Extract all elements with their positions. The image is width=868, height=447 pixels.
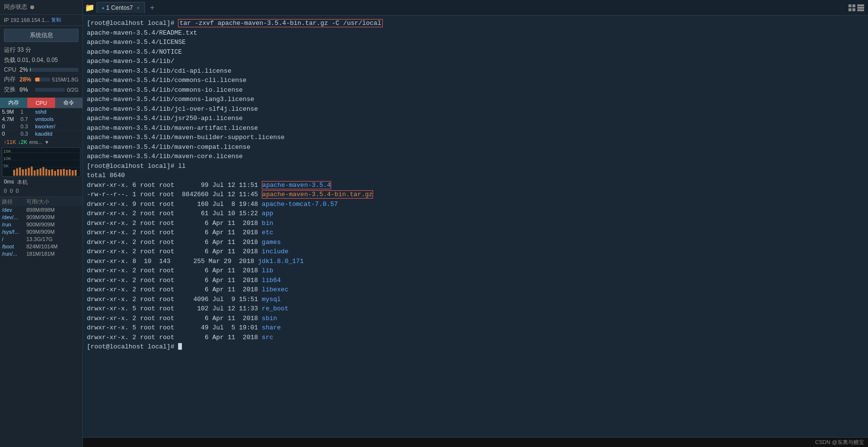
svg-rect-30 [848, 8, 851, 11]
svg-rect-4 [16, 168, 18, 176]
cpu-bar-container [30, 68, 79, 72]
disk-size-1: 898M/898M [26, 207, 80, 213]
ll-line-4: drwxr-xr-x. 2 root root 61 Jul 10 15:22 … [87, 209, 864, 219]
watermark: CSDN @东离与糖宝 [815, 439, 864, 445]
swap-row: 交换 0% 0/2G [0, 84, 82, 95]
mem-label: 内存 [4, 75, 18, 83]
folder-icon[interactable]: 📁 [85, 3, 95, 12]
ll-name-7: games [262, 239, 281, 246]
cpu-bar-fill [30, 68, 31, 72]
tar-line-3: apache-maven-3.5.4/NOTICE [87, 47, 864, 57]
proc-row-4: 0 0.3 kauditd [0, 130, 82, 138]
prompt-2: [root@localhost local]# ll [87, 163, 186, 170]
svg-rect-32 [857, 4, 864, 6]
term-cmd-line: [root@localhost local]# tar -zxvf apache… [87, 19, 864, 28]
ll-line-2: -rw-r--r--. 1 root root 8842660 Jul 12 1… [87, 190, 864, 200]
svg-rect-16 [51, 169, 53, 176]
svg-rect-6 [22, 169, 24, 176]
tar-line-9: apache-maven-3.5.4/lib/jcl-over-slf4j.li… [87, 104, 864, 114]
ip-label: IP 192.168.154.1... [4, 17, 49, 23]
svg-rect-7 [25, 169, 27, 176]
proc-name-2: vmtools [35, 116, 80, 122]
disk-path-5: / [2, 236, 26, 242]
proc-mem-4: 0 [2, 131, 20, 137]
net-graph: 15K 10K 5K [2, 147, 80, 177]
tar-line-1: apache-maven-3.5.4/README.txt [87, 28, 864, 38]
ping-v2: 0 [10, 188, 13, 194]
tab-cpu[interactable]: CPU [27, 98, 55, 108]
prompt-1: [root@localhost local]# [87, 20, 178, 27]
svg-rect-9 [31, 166, 33, 176]
net-dropdown-icon[interactable]: ▼ [44, 140, 49, 145]
svg-rect-20 [63, 169, 65, 176]
terminal-area: 📁 ● 1 Centos7 × + [root@localhost local]… [83, 0, 868, 447]
ping-v1: 0 [4, 188, 7, 194]
svg-text:5K: 5K [3, 163, 9, 168]
net-graph-svg: 15K 10K 5K [2, 148, 80, 177]
disk-path-7: /run/... [2, 251, 26, 257]
command-highlighted: tar -zxvf apache-maven-3.5.4-bin.tar.gz … [178, 19, 382, 27]
disk-row-6: /boot 824M/1014M [0, 243, 82, 250]
mem-size: 515M/1.8G [52, 77, 79, 82]
svg-rect-14 [45, 169, 47, 176]
disk-row-1: /dev 898M/898M [0, 206, 82, 214]
grid-icon-1[interactable] [848, 4, 855, 11]
proc-mem-2: 4.7M [2, 116, 20, 122]
tab-cmd[interactable]: 命令 [55, 98, 82, 108]
proc-row-1: 5.9M 1 sshd [0, 108, 82, 116]
ll-name-17: src [262, 334, 273, 341]
terminal-tab-1[interactable]: ● 1 Centos7 × [97, 2, 145, 13]
disk-row-2: /dev/... 909M/909M [0, 214, 82, 221]
ll-line-16: drwxr-xr-x. 5 root root 49 Jul 5 19:01 s… [87, 323, 864, 333]
svg-rect-3 [13, 170, 15, 176]
copy-ip-button[interactable]: 复制 [51, 17, 61, 23]
disk-path-4: /sys/f... [2, 229, 26, 235]
tab-label: 1 Centos7 [106, 4, 133, 11]
proc-mem-1: 5.9M [2, 109, 20, 115]
proc-mem-3: 0 [2, 123, 20, 129]
svg-rect-13 [42, 167, 44, 176]
net-name: ens... [29, 139, 42, 145]
mem-percent: 28% [20, 76, 33, 83]
svg-rect-11 [37, 169, 39, 176]
ll-line-10: drwxr-xr-x. 2 root root 6 Apr 11 2018 li… [87, 266, 864, 276]
tab-mem[interactable]: 内存 [0, 98, 27, 108]
ll-line-14: drwxr-xr-x. 5 root root 102 Jul 12 11:33… [87, 304, 864, 314]
proc-row-3: 0 0.3 kworker/ [0, 123, 82, 130]
disk-size-6: 824M/1014M [26, 244, 80, 249]
terminal-body[interactable]: [root@localhost local]# tar -zxvf apache… [83, 16, 868, 437]
terminal-tab-bar: 📁 ● 1 Centos7 × + [83, 0, 868, 16]
mem-row: 内存 28% 515M/1.8G [0, 74, 82, 84]
ll-name-5: bin [262, 220, 273, 227]
disk-size-7: 181M/181M [26, 251, 80, 257]
cursor: █ [178, 343, 182, 350]
process-tabs: 内存 CPU 命令 [0, 98, 82, 108]
sync-status: 同步状态 [0, 0, 82, 15]
tab-close-button[interactable]: × [137, 5, 140, 11]
sysinfo-button[interactable]: 系统信息 [4, 29, 79, 42]
ll-cmd-line: [root@localhost local]# ll [87, 162, 864, 171]
svg-rect-34 [857, 9, 864, 11]
ll-name-9: jdk1.8.0_171 [258, 258, 304, 265]
svg-rect-8 [28, 168, 30, 176]
disk-size-4: 909M/909M [26, 229, 80, 235]
ll-line-15: drwxr-xr-x. 2 root root 6 Apr 11 2018 sb… [87, 314, 864, 324]
tar-line-12: apache-maven-3.5.4/lib/maven-builder-sup… [87, 133, 864, 142]
ping-host: 本机 [17, 179, 28, 186]
proc-cpu-3: 0.3 [20, 123, 35, 129]
ll-name-13: mysql [262, 296, 281, 303]
ll-name-3: apache-tomcat-7.0.57 [262, 201, 338, 208]
ip-row: IP 192.168.154.1... 复制 [0, 15, 82, 26]
disk-size-2: 909M/909M [26, 214, 80, 220]
status-dot [30, 5, 34, 9]
net-row: ↑11K ↓2K ens... ▼ [0, 138, 82, 146]
svg-rect-5 [19, 167, 21, 176]
tar-line-6: apache-maven-3.5.4/lib/commons-cli.licen… [87, 76, 864, 85]
grid-icons [848, 4, 864, 11]
grid-icon-2[interactable] [857, 4, 864, 11]
cpu-row: CPU 2% [0, 65, 82, 74]
load-label: 负载 0.01, 0.04, 0.05 [4, 56, 58, 64]
ll-line-9: drwxr-xr-x. 8 10 143 255 Mar 29 2018 jdk… [87, 257, 864, 266]
new-tab-button[interactable]: + [146, 1, 158, 14]
last-prompt-line: [root@localhost local]# █ [87, 342, 864, 352]
